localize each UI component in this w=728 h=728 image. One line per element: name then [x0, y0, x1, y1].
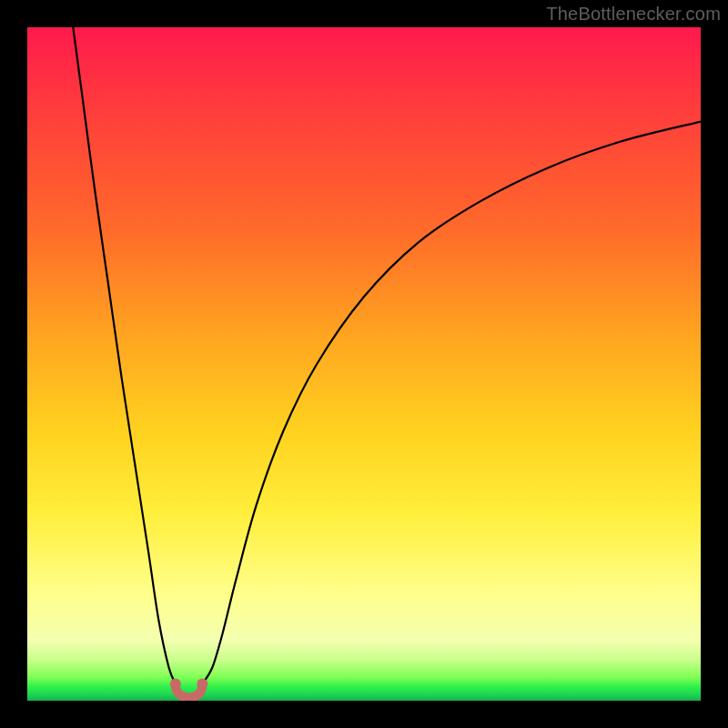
dip-end-right: [197, 679, 207, 690]
curve-left-branch: [73, 27, 175, 684]
curve-right-branch: [202, 122, 701, 684]
chart-plot-area: [27, 27, 701, 701]
chart-frame: TheBottlenecker.com: [0, 0, 728, 728]
dip-end-left: [170, 679, 181, 690]
watermark-text: TheBottlenecker.com: [546, 4, 721, 25]
bottleneck-curve: [27, 27, 701, 701]
